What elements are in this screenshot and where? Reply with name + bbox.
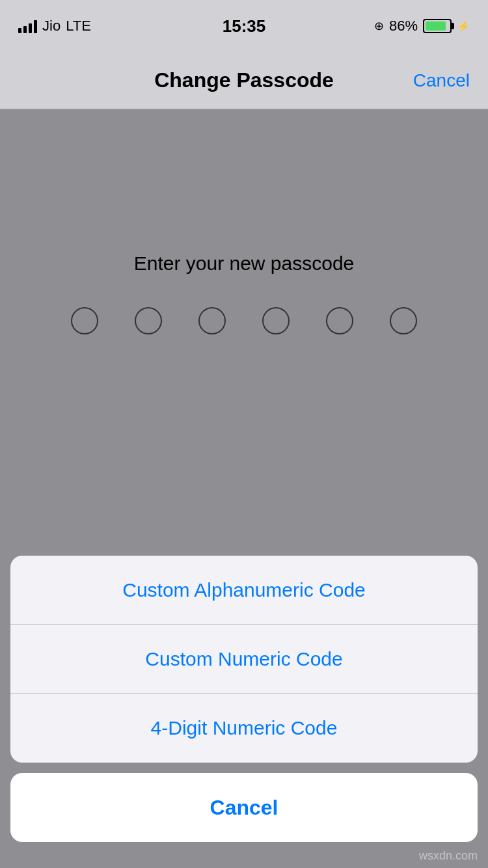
nav-cancel-button[interactable]: Cancel [413,70,470,91]
status-bar: Jio LTE 15:35 ⊕ 86% ⚡ [0,0,488,52]
time-label: 15:35 [223,16,266,36]
action-sheet-cancel-button[interactable]: Cancel [10,773,478,842]
passcode-dot-4 [262,307,290,334]
watermark: wsxdn.com [419,849,478,863]
main-content: Enter your new passcode Passcode Options… [0,109,488,868]
signal-bars-icon [18,19,37,33]
battery-icon [423,19,452,33]
passcode-dot-3 [198,307,226,334]
custom-alphanumeric-button[interactable]: Custom Alphanumeric Code [10,556,478,625]
carrier-label: Jio [42,18,61,34]
action-sheet-cancel-container: Cancel [10,773,478,842]
battery-percent-label: 86% [389,18,418,34]
passcode-dot-6 [390,307,417,334]
passcode-dot-5 [326,307,353,334]
battery-body [423,19,452,33]
status-right: ⊕ 86% ⚡ [374,18,470,34]
four-digit-numeric-button[interactable]: 4-Digit Numeric Code [10,694,478,763]
battery-fill [426,21,446,31]
charging-bolt-icon: ⚡ [457,20,470,33]
nav-bar: Change Passcode Cancel [0,52,488,109]
action-sheet: Custom Alphanumeric Code Custom Numeric … [10,556,478,763]
passcode-dot-1 [71,307,98,334]
passcode-dots-row [71,307,417,334]
status-left: Jio LTE [18,18,91,34]
passcode-dot-2 [135,307,162,334]
custom-numeric-button[interactable]: Custom Numeric Code [10,625,478,694]
passcode-prompt-label: Enter your new passcode [134,252,355,275]
page-title: Change Passcode [154,68,334,92]
location-icon: ⊕ [374,19,384,33]
action-sheet-backdrop: Custom Alphanumeric Code Custom Numeric … [0,556,488,868]
network-label: LTE [66,18,91,34]
